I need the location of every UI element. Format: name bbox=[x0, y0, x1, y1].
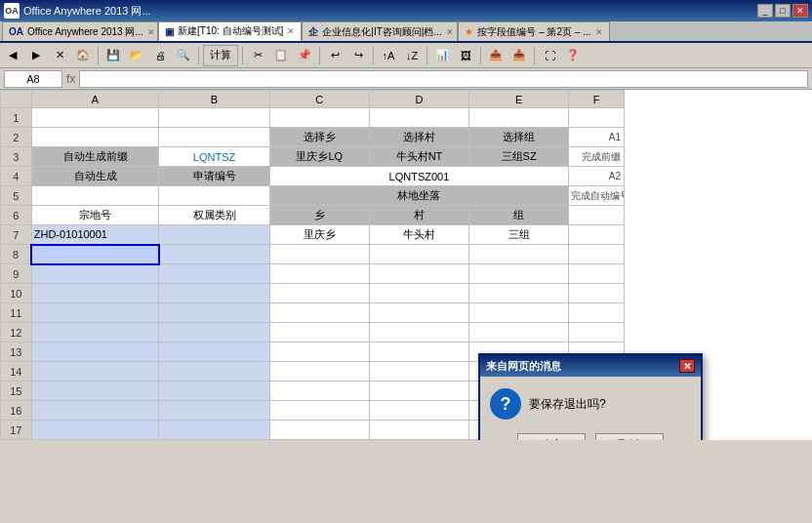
forward-button[interactable]: ▶ bbox=[25, 45, 47, 66]
tab-field[interactable]: ★ 按字段值编号 – 第2页 – ... ✕ bbox=[458, 21, 609, 41]
export-button[interactable]: 📤 bbox=[485, 45, 507, 66]
tab-office-close[interactable]: ✕ bbox=[147, 27, 155, 37]
calc-button[interactable]: 计算 bbox=[203, 45, 238, 66]
maximize-button[interactable]: □ bbox=[775, 4, 791, 18]
formula-bar: A8 fx bbox=[0, 68, 812, 90]
dialog-body: ? 要保存退出吗? bbox=[480, 377, 701, 427]
dialog-overlay: 来自网页的消息 ✕ ? 要保存退出吗? 确定 取消 bbox=[0, 90, 812, 440]
chart-button[interactable]: 📊 bbox=[431, 45, 453, 66]
toolbar: ◀ ▶ ✕ 🏠 💾 📂 🖨 🔍 计算 ✂ 📋 📌 ↩ ↪ ↑A ↓Z 📊 🖼 📤… bbox=[0, 43, 812, 68]
stop-button[interactable]: ✕ bbox=[49, 45, 70, 66]
app-icon: OA bbox=[4, 3, 20, 19]
dialog-title-bar: 来自网页的消息 ✕ bbox=[480, 355, 701, 377]
dialog-cancel-button[interactable]: 取消 bbox=[595, 433, 664, 440]
dialog-confirm-button[interactable]: 确定 bbox=[517, 433, 586, 440]
tab-newdoc[interactable]: ▣ 新建[T10: 自动编号测试] ✕ bbox=[158, 21, 302, 41]
copy-button[interactable]: 📋 bbox=[270, 45, 292, 66]
help-button[interactable]: ❓ bbox=[562, 45, 584, 66]
redo-button[interactable]: ↪ bbox=[347, 45, 369, 66]
import-button[interactable]: 📥 bbox=[508, 45, 530, 66]
save-button[interactable]: 💾 bbox=[102, 45, 124, 66]
back-button[interactable]: ◀ bbox=[2, 45, 23, 66]
home-button[interactable]: 🏠 bbox=[72, 45, 94, 66]
separator3 bbox=[242, 47, 243, 64]
tab-newdoc-label: 新建[T10: 自动编号测试] bbox=[178, 24, 283, 38]
cut-button[interactable]: ✂ bbox=[247, 45, 268, 66]
fullscreen-button[interactable]: ⛶ bbox=[539, 45, 560, 66]
print-button[interactable]: 🖨 bbox=[149, 45, 171, 66]
close-button[interactable]: ✕ bbox=[792, 4, 808, 18]
tab-office-label: Office Anywhere 2013 网... bbox=[27, 25, 143, 39]
tab-field-icon: ★ bbox=[465, 26, 473, 37]
sort-desc-button[interactable]: ↓Z bbox=[401, 45, 423, 66]
sort-asc-button[interactable]: ↑A bbox=[378, 45, 399, 66]
tab-company-label: 企业信息化|IT咨询顾问|档... bbox=[322, 25, 441, 39]
formula-input[interactable] bbox=[79, 70, 808, 88]
tab-bar: OA Office Anywhere 2013 网... ✕ ▣ 新建[T10:… bbox=[0, 21, 812, 43]
separator7 bbox=[480, 47, 481, 64]
tab-field-close[interactable]: ✕ bbox=[595, 27, 603, 37]
dialog-question-icon: ? bbox=[490, 388, 521, 420]
separator4 bbox=[319, 47, 320, 64]
tab-newdoc-close[interactable]: ✕ bbox=[287, 26, 295, 36]
fx-label: fx bbox=[66, 72, 75, 86]
spreadsheet: A B C D E F 12选择乡选择村选择组A13自动生成前缀LQNTSZ里庆… bbox=[0, 90, 812, 440]
tab-field-label: 按字段值编号 – 第2页 – ... bbox=[477, 25, 590, 39]
separator5 bbox=[373, 47, 374, 64]
separator6 bbox=[426, 47, 427, 64]
tab-office[interactable]: OA Office Anywhere 2013 网... ✕ bbox=[2, 21, 158, 41]
tab-office-icon: OA bbox=[9, 26, 23, 37]
undo-button[interactable]: ↩ bbox=[324, 45, 345, 66]
message-dialog: 来自网页的消息 ✕ ? 要保存退出吗? 确定 取消 bbox=[478, 353, 703, 440]
separator8 bbox=[534, 47, 535, 64]
open-button[interactable]: 📂 bbox=[126, 45, 147, 66]
minimize-button[interactable]: _ bbox=[757, 4, 773, 18]
title-bar-buttons[interactable]: _ □ ✕ bbox=[757, 4, 808, 18]
tab-company-close[interactable]: ✕ bbox=[446, 27, 454, 37]
dialog-message: 要保存退出吗? bbox=[529, 396, 606, 413]
dialog-title-text: 来自网页的消息 bbox=[486, 359, 679, 374]
separator2 bbox=[198, 47, 199, 64]
preview-button[interactable]: 🔍 bbox=[173, 45, 194, 66]
tab-company[interactable]: 企 企业信息化|IT咨询顾问|档... ✕ bbox=[302, 21, 458, 41]
tab-newdoc-icon: ▣ bbox=[165, 26, 174, 37]
dialog-close-button[interactable]: ✕ bbox=[679, 359, 695, 373]
cell-reference[interactable]: A8 bbox=[4, 70, 62, 88]
tab-company-icon: 企 bbox=[308, 25, 318, 39]
dialog-buttons: 确定 取消 bbox=[480, 427, 701, 440]
title-bar-text: Office Anywhere 2013 网... bbox=[23, 4, 757, 19]
separator1 bbox=[98, 47, 99, 64]
image-button[interactable]: 🖼 bbox=[455, 45, 476, 66]
title-bar: OA Office Anywhere 2013 网... _ □ ✕ bbox=[0, 0, 812, 21]
paste-button[interactable]: 📌 bbox=[294, 45, 315, 66]
